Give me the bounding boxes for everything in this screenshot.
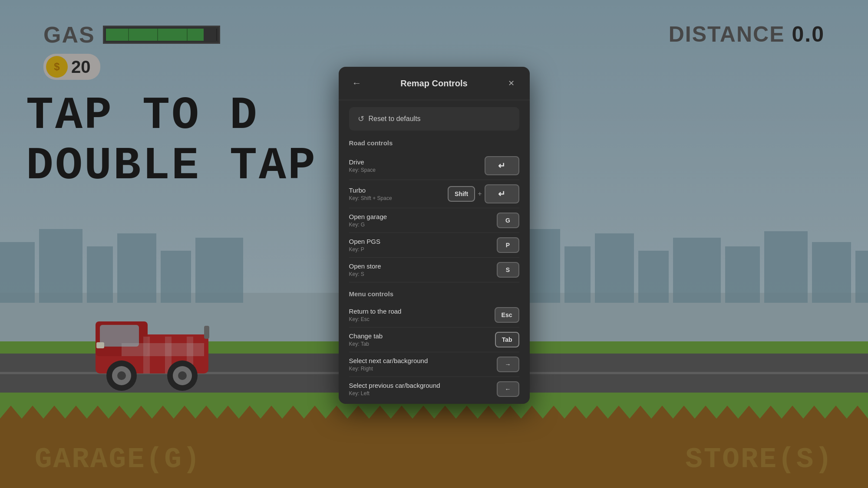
control-name-changetab: Change tab [349, 332, 495, 340]
key-binding-nextcar: → [497, 357, 519, 372]
control-row-pgs: Open PGS Key: P P [349, 233, 519, 258]
key-button-turbo-space[interactable]: ↵ [485, 184, 519, 203]
control-row-store: Open store Key: S S [349, 258, 519, 282]
modal-header: ← Remap Controls ✕ [339, 67, 530, 100]
control-name-drive: Drive [349, 158, 485, 166]
remap-controls-modal: ← Remap Controls ✕ ↺ Reset to defaults R… [339, 67, 530, 404]
return-key: Esc [502, 311, 512, 318]
pgs-key: P [506, 242, 510, 249]
control-info-nextcar: Select next car/background Key: Right [349, 357, 497, 372]
road-controls-heading: Road controls [349, 139, 519, 147]
garage-key: G [505, 217, 510, 224]
key-binding-prevcar: ← [497, 381, 519, 397]
reset-defaults-button[interactable]: ↺ Reset to defaults [349, 107, 519, 131]
control-info-store: Open store Key: S [349, 262, 497, 277]
control-key-return: Key: Esc [349, 316, 495, 322]
control-name-nextcar: Select next car/background [349, 357, 497, 364]
key-enter-drive: ↵ [498, 160, 505, 171]
back-icon: ← [352, 78, 362, 89]
control-row-changetab: Change tab Key: Tab Tab [349, 328, 519, 352]
menu-controls-heading: Menu controls [349, 290, 519, 298]
modal-close-button[interactable]: ✕ [504, 75, 519, 91]
control-row-nextcar: Select next car/background Key: Right → [349, 352, 519, 377]
key-binding-store: S [497, 262, 519, 278]
key-binding-turbo: Shift + ↵ [448, 184, 519, 203]
control-name-store: Open store [349, 262, 497, 270]
control-name-return: Return to the road [349, 308, 495, 315]
reset-icon: ↺ [358, 114, 364, 124]
key-button-return[interactable]: Esc [495, 307, 519, 323]
control-info-turbo: Turbo Key: Shift + Space [349, 187, 448, 201]
control-key-garage: Key: G [349, 222, 497, 228]
key-binding-garage: G [497, 213, 519, 228]
control-key-drive: Key: Space [349, 167, 485, 173]
key-binding-return: Esc [495, 307, 519, 323]
key-button-turbo-shift[interactable]: Shift [448, 186, 475, 202]
modal-title: Remap Controls [365, 79, 504, 88]
control-key-store: Key: S [349, 271, 497, 277]
control-key-prevcar: Key: Left [349, 390, 497, 396]
modal-back-button[interactable]: ← [349, 75, 365, 91]
key-button-store[interactable]: S [497, 262, 519, 278]
key-button-pgs[interactable]: P [497, 237, 519, 253]
key-button-garage[interactable]: G [497, 213, 519, 228]
modal-overlay: ← Remap Controls ✕ ↺ Reset to defaults R… [0, 0, 868, 488]
control-info-drive: Drive Key: Space [349, 158, 485, 173]
key-button-prevcar[interactable]: ← [497, 381, 519, 397]
control-key-turbo: Key: Shift + Space [349, 195, 448, 201]
modal-body: ↺ Reset to defaults Road controls Drive … [339, 100, 530, 404]
control-row-turbo: Turbo Key: Shift + Space Shift + ↵ [349, 180, 519, 208]
changetab-key: Tab [502, 336, 512, 343]
control-info-changetab: Change tab Key: Tab [349, 332, 495, 347]
control-key-nextcar: Key: Right [349, 366, 497, 372]
control-info-pgs: Open PGS Key: P [349, 238, 497, 252]
nextcar-key: → [505, 361, 511, 368]
close-icon: ✕ [508, 79, 515, 88]
control-row-garage: Open garage Key: G G [349, 208, 519, 233]
store-key: S [506, 266, 510, 273]
control-info-garage: Open garage Key: G [349, 213, 497, 228]
control-info-return: Return to the road Key: Esc [349, 308, 495, 322]
turbo-plus: + [478, 190, 482, 198]
key-binding-changetab: Tab [495, 332, 519, 347]
reset-label: Reset to defaults [369, 115, 421, 123]
prevcar-key: ← [505, 386, 511, 393]
key-button-nextcar[interactable]: → [497, 357, 519, 372]
control-name-garage: Open garage [349, 213, 497, 220]
control-info-prevcar: Select previous car/background Key: Left [349, 382, 497, 396]
key-binding-drive: ↵ [485, 156, 519, 175]
key-button-changetab[interactable]: Tab [495, 332, 519, 347]
key-button-drive[interactable]: ↵ [485, 156, 519, 175]
control-name-prevcar: Select previous car/background [349, 382, 497, 389]
control-row-drive: Drive Key: Space ↵ [349, 152, 519, 180]
turbo-key1: Shift [455, 190, 468, 197]
control-row-return: Return to the road Key: Esc Esc [349, 303, 519, 328]
control-name-pgs: Open PGS [349, 238, 497, 245]
control-name-turbo: Turbo [349, 187, 448, 194]
key-binding-pgs: P [497, 237, 519, 253]
turbo-key2: ↵ [498, 189, 505, 199]
control-row-prevcar: Select previous car/background Key: Left… [349, 377, 519, 401]
control-key-changetab: Key: Tab [349, 341, 495, 347]
control-key-pgs: Key: P [349, 246, 497, 252]
